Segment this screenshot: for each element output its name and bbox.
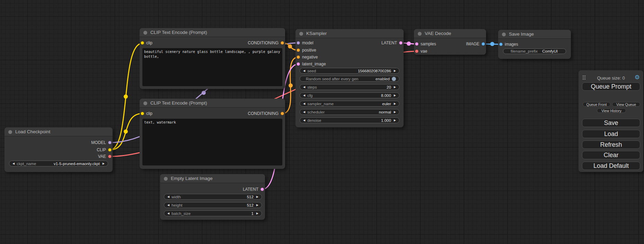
node-title: Empty Latent Image [171, 176, 213, 181]
link-midpoint-dot [490, 42, 494, 46]
increment-arrow-icon[interactable]: ▶ [394, 102, 396, 105]
queue-prompt-button[interactable]: Queue Prompt [582, 82, 640, 91]
widget-value: 1.000 [381, 118, 391, 123]
output-label-model: MODEL [91, 140, 106, 145]
link-midpoint-dot [124, 129, 128, 134]
node-title: Save Image [509, 31, 534, 37]
decrement-arrow-icon[interactable]: ◀ [167, 196, 169, 198]
clear-button[interactable]: Clear [582, 151, 640, 159]
node-load-checkpoint[interactable]: Load Checkpoint MODEL CLIP VAE ◀ ckpt_na… [5, 127, 113, 172]
output-label-latent: LATENT [243, 187, 258, 192]
widget-label: Random seed after every gen [306, 77, 359, 81]
collapse-dot-icon[interactable] [143, 101, 147, 105]
input-port-positive[interactable] [297, 48, 300, 52]
output-label-image: IMAGE [466, 42, 479, 46]
output-port-vae[interactable] [108, 155, 112, 158]
increment-arrow-icon[interactable]: ▶ [394, 86, 396, 89]
decrement-arrow-icon[interactable]: ◀ [303, 94, 305, 97]
output-port-model[interactable] [108, 141, 112, 144]
node-empty-latent-image[interactable]: Empty Latent Image LATENT ◀ width 512 ▶ … [160, 174, 265, 220]
queue-front-button[interactable]: Queue Front [583, 102, 610, 107]
widget-filename-prefix[interactable]: filename_prefix ComfyUI [503, 48, 566, 54]
view-queue-button[interactable]: View Queue [612, 102, 640, 107]
decrement-arrow-icon[interactable]: ◀ [12, 162, 15, 165]
widget-sampler-name[interactable]: ◀ sampler_name euler ▶ [300, 101, 399, 107]
load-default-button[interactable]: Load Default [582, 162, 640, 170]
save-button[interactable]: Save [582, 119, 640, 127]
node-clip-text-encode-positive[interactable]: CLIP Text Encode (Prompt) clip CONDITION… [140, 28, 285, 89]
widget-label: width [171, 195, 181, 199]
collapse-dot-icon[interactable] [299, 32, 303, 36]
output-port-latent[interactable] [399, 41, 403, 45]
node-save-image[interactable]: Save Image images filename_prefix ComfyU… [498, 30, 571, 59]
increment-arrow-icon[interactable]: ▶ [256, 204, 258, 207]
decrement-arrow-icon[interactable]: ◀ [303, 86, 305, 89]
node-title: CLIP Text Encode (Prompt) [150, 30, 207, 35]
input-port-negative[interactable] [297, 55, 300, 59]
output-port-conditioning[interactable] [281, 41, 284, 45]
collapse-dot-icon[interactable] [143, 31, 147, 35]
output-port-latent[interactable] [261, 188, 264, 191]
input-port-clip[interactable] [141, 112, 144, 115]
graph-canvas[interactable]: Load Checkpoint MODEL CLIP VAE ◀ ckpt_na… [0, 0, 644, 244]
output-port-conditioning[interactable] [281, 112, 284, 115]
load-button[interactable]: Load [582, 130, 640, 138]
link-clip-to-negative-encode [110, 114, 142, 150]
decrement-arrow-icon[interactable]: ◀ [167, 212, 169, 215]
view-history-button[interactable]: View History [597, 108, 626, 113]
input-port-latent-image[interactable] [297, 62, 300, 66]
link-midpoint-dot [124, 94, 128, 99]
decrement-arrow-icon[interactable]: ◀ [303, 119, 305, 122]
input-port-images[interactable] [499, 43, 503, 46]
collapse-dot-icon[interactable] [8, 130, 12, 134]
decrement-arrow-icon[interactable]: ◀ [167, 204, 169, 207]
increment-arrow-icon[interactable]: ▶ [394, 94, 396, 97]
input-port-vae[interactable] [415, 49, 418, 53]
queue-size-label: Queue size: 0 [597, 75, 625, 81]
collapse-dot-icon[interactable] [418, 32, 422, 36]
output-port-image[interactable] [482, 42, 485, 46]
widget-cfg[interactable]: ◀ cfg 8.000 ▶ [300, 92, 399, 98]
increment-arrow-icon[interactable]: ▶ [394, 119, 396, 122]
prompt-textarea[interactable]: text, watermark [142, 119, 282, 165]
widget-batch-size[interactable]: ◀ batch_size 1 ▶ [164, 210, 262, 216]
gear-icon[interactable]: ⚙ [635, 74, 640, 81]
input-port-clip[interactable] [141, 41, 144, 45]
refresh-button[interactable]: Refresh [582, 141, 640, 149]
drag-handle-icon[interactable] [583, 75, 585, 80]
input-label-clip: clip [146, 40, 152, 45]
decrement-arrow-icon[interactable]: ◀ [303, 111, 305, 114]
widget-value: 1 [251, 211, 253, 216]
toggle-circle-icon[interactable] [392, 77, 396, 81]
node-clip-text-encode-negative[interactable]: CLIP Text Encode (Prompt) clip CONDITION… [140, 99, 285, 169]
widget-random-seed-toggle[interactable]: Random seed after every gen enabled [300, 76, 399, 82]
increment-arrow-icon[interactable]: ▶ [256, 196, 258, 198]
collapse-dot-icon[interactable] [502, 33, 506, 36]
widget-denoise[interactable]: ◀ denoise 1.000 ▶ [300, 117, 399, 123]
increment-arrow-icon[interactable]: ▶ [394, 70, 396, 72]
input-port-model[interactable] [297, 41, 300, 45]
widget-steps[interactable]: ◀ steps 20 ▶ [300, 84, 399, 90]
widget-label: steps [307, 85, 317, 89]
increment-arrow-icon[interactable]: ▶ [394, 111, 396, 114]
widget-height[interactable]: ◀ height 512 ▶ [164, 202, 262, 208]
decrement-arrow-icon[interactable]: ◀ [303, 102, 305, 105]
output-label-latent: LATENT [381, 40, 397, 45]
widget-width[interactable]: ◀ width 512 ▶ [164, 194, 262, 200]
widget-seed[interactable]: ◀ seed 156680208700286 ▶ [300, 68, 399, 74]
node-title: VAE Decode [425, 31, 451, 36]
widget-scheduler[interactable]: ◀ scheduler normal ▶ [300, 109, 399, 115]
increment-arrow-icon[interactable]: ▶ [256, 212, 258, 215]
increment-arrow-icon[interactable]: ▶ [103, 162, 105, 165]
collapse-dot-icon[interactable] [164, 177, 168, 181]
decrement-arrow-icon[interactable]: ◀ [303, 70, 305, 72]
node-vae-decode[interactable]: VAE Decode samples IMAGE vae [414, 29, 486, 55]
output-port-clip[interactable] [108, 148, 112, 152]
widget-ckpt-name[interactable]: ◀ ckpt_name v1-5-pruned-emaonly.ckpt ▶ [9, 161, 108, 166]
input-port-samples[interactable] [415, 42, 418, 46]
widget-value: 512 [247, 203, 254, 207]
queue-menu-panel: Queue size: 0 ⚙ Queue Prompt Extra optio… [579, 70, 643, 172]
prompt-textarea[interactable]: beautiful scenery nature glass bottle la… [142, 48, 282, 86]
output-label-clip: CLIP [97, 147, 106, 152]
node-ksampler[interactable]: KSampler model LATENT positive negative … [295, 29, 404, 127]
